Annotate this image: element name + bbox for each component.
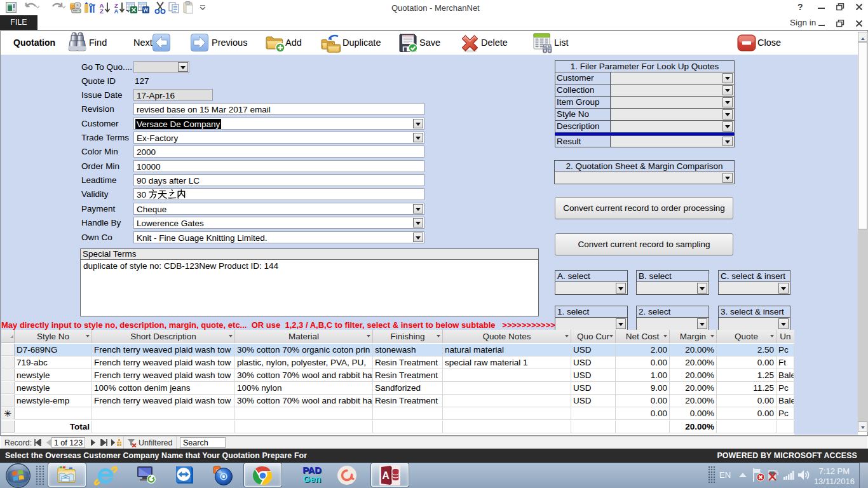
svg-text:A: A <box>114 8 119 14</box>
svg-text:A: A <box>382 470 390 481</box>
svg-text:Z: Z <box>100 8 104 14</box>
